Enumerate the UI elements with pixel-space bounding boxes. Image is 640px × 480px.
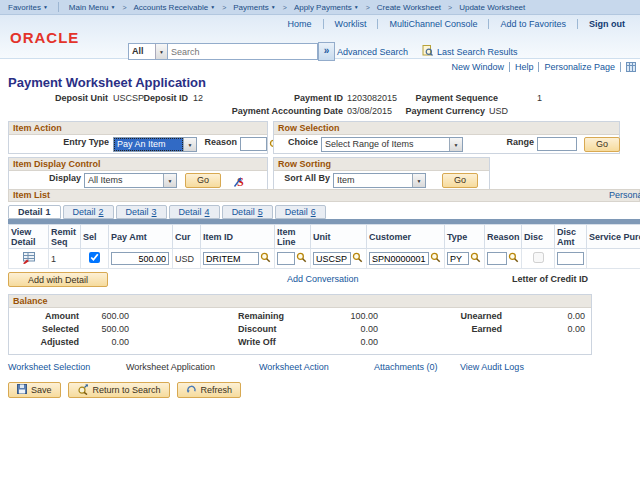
lookup-icon[interactable] <box>430 252 441 265</box>
tab-detail-4[interactable]: Detail4 <box>169 205 220 219</box>
advanced-search-link[interactable]: Advanced Search <box>337 47 408 57</box>
save-button[interactable]: Save <box>8 382 61 398</box>
view-audit-logs-link[interactable]: View Audit Logs <box>460 362 524 372</box>
range-input[interactable] <box>537 137 577 151</box>
type-input[interactable] <box>447 252 469 265</box>
unit-input[interactable] <box>313 252 351 265</box>
breadcrumb-separator-icon: > <box>448 4 452 11</box>
letter-of-credit-id-label: Letter of Credit ID <box>512 274 588 284</box>
range-label: Range <box>484 137 534 147</box>
tab-detail-6[interactable]: Detail6 <box>275 205 326 219</box>
breadcrumb-apply-payments[interactable]: Apply Payments▼ <box>294 3 359 12</box>
nav-worklist-link[interactable]: Worklist <box>324 19 379 29</box>
unearned-value: 0.00 <box>529 311 585 321</box>
search-bar: All ▼ » <box>128 42 335 61</box>
breadcrumb-separator-icon: > <box>283 4 287 11</box>
divider <box>58 2 59 12</box>
remaining-label: Remaining <box>238 311 284 321</box>
last-search-results-link[interactable]: Last Search Results <box>437 47 518 57</box>
caret-down-icon: ▼ <box>183 138 196 151</box>
tab-detail-5[interactable]: Detail5 <box>222 205 273 219</box>
refresh-label: Refresh <box>201 385 233 395</box>
tab-detail-1[interactable]: Detail1 <box>8 205 61 219</box>
personalize-link[interactable]: Personalize <box>609 190 640 201</box>
add-conversation-link[interactable]: Add Conversation <box>287 274 359 284</box>
selected-value: 500.00 <box>89 324 129 334</box>
search-go-button[interactable]: » <box>318 42 335 61</box>
breadcrumb-main-menu[interactable]: Main Menu▼ <box>69 3 116 12</box>
sort-all-by-select[interactable]: Item ▼ <box>333 173 426 188</box>
new-window-link[interactable]: New Window <box>446 62 509 72</box>
reason-input[interactable] <box>240 137 267 151</box>
write-off-value: 0.00 <box>309 337 378 347</box>
caret-down-icon: ▼ <box>163 174 176 187</box>
tab-detail-3[interactable]: Detail3 <box>116 205 167 219</box>
tab-detail-2[interactable]: Detail2 <box>63 205 114 219</box>
cur-value: USD <box>173 249 201 269</box>
row-sorting-go-button[interactable]: Go <box>442 173 478 188</box>
breadcrumb-create-worksheet[interactable]: Create Worksheet <box>377 3 441 12</box>
item-line-input[interactable] <box>277 252 295 265</box>
help-link[interactable]: Help <box>509 62 539 72</box>
earned-value: 0.00 <box>529 324 585 334</box>
breadcrumb-label: Update Worksheet <box>459 3 525 12</box>
remaining-value: 100.00 <box>309 311 378 321</box>
personalize-page-link[interactable]: Personalize Page <box>538 62 620 72</box>
layout-grid-icon[interactable] <box>620 62 636 72</box>
discount-value: 0.00 <box>309 324 378 334</box>
col-pay-amt: Pay Amt <box>109 225 173 249</box>
lookup-icon[interactable] <box>296 252 307 265</box>
lookup-icon[interactable] <box>260 252 271 265</box>
disc-amt-input[interactable] <box>557 252 584 265</box>
search-input[interactable] <box>168 43 318 60</box>
payment-currency-label: Payment Currency <box>405 106 485 116</box>
remit-seq-value: 1 <box>49 249 81 269</box>
tab-number: 5 <box>258 207 263 217</box>
payment-sequence-value: 1 <box>537 93 542 103</box>
breadcrumb-label: Payments <box>233 3 269 12</box>
breadcrumb-separator-icon: > <box>222 4 226 11</box>
sign-out-link[interactable]: Sign out <box>578 19 636 29</box>
lookup-icon[interactable] <box>508 252 519 265</box>
col-sel: Sel <box>81 225 109 249</box>
nav-add-to-favorites-link[interactable]: Add to Favorites <box>489 19 578 29</box>
choice-label: Choice <box>278 137 318 147</box>
item-display-go-button[interactable]: Go <box>185 173 221 188</box>
tab-number: 3 <box>152 207 157 217</box>
write-off-label: Write Off <box>238 337 276 347</box>
sel-checkbox[interactable] <box>89 252 100 263</box>
item-id-input[interactable] <box>203 252 259 265</box>
lookup-icon[interactable] <box>470 252 481 265</box>
row-selection-go-button[interactable]: Go <box>584 137 620 152</box>
worksheet-action-link[interactable]: Worksheet Action <box>259 362 329 372</box>
return-to-search-button[interactable]: Return to Search <box>68 382 170 398</box>
entry-type-select[interactable]: Pay An Item ▼ <box>113 137 197 152</box>
breadcrumb-favorites[interactable]: Favorites▼ <box>8 3 48 12</box>
breadcrumb-payments[interactable]: Payments▼ <box>233 3 276 12</box>
lookup-icon[interactable] <box>352 252 363 265</box>
pay-amt-input[interactable] <box>111 252 169 265</box>
view-detail-icon[interactable] <box>22 256 36 266</box>
currency-conversion-icon[interactable]: S <box>233 174 246 190</box>
payment-sequence-label: Payment Sequence <box>413 93 498 103</box>
breadcrumb-accounts-receivable[interactable]: Accounts Receivable▼ <box>133 3 215 12</box>
refresh-icon <box>186 384 197 397</box>
add-with-detail-button[interactable]: Add with Detail <box>8 272 108 287</box>
breadcrumb-update-worksheet[interactable]: Update Worksheet <box>459 3 525 12</box>
search-scope-select[interactable]: All ▼ <box>128 43 168 60</box>
reason-row-input[interactable] <box>487 252 507 265</box>
worksheet-selection-link[interactable]: Worksheet Selection <box>8 362 90 372</box>
refresh-button[interactable]: Refresh <box>177 382 242 398</box>
earned-label: Earned <box>429 324 502 334</box>
nav-home-link[interactable]: Home <box>277 19 324 29</box>
selected-label: Selected <box>17 324 79 334</box>
attachments-link[interactable]: Attachments (0) <box>374 362 438 372</box>
caret-down-icon: ▼ <box>155 44 167 59</box>
payment-info: Deposit Unit USCSP Deposit ID 12 Payment… <box>0 93 640 120</box>
nav-multichannel-console-link[interactable]: MultiChannel Console <box>378 19 489 29</box>
display-select[interactable]: All Items ▼ <box>84 173 177 188</box>
customer-input[interactable] <box>369 252 429 265</box>
search-scope-value: All <box>129 44 155 59</box>
header: ORACLE Home Worklist MultiChannel Consol… <box>0 15 640 59</box>
choice-select[interactable]: Select Range of Items ▼ <box>321 137 463 152</box>
